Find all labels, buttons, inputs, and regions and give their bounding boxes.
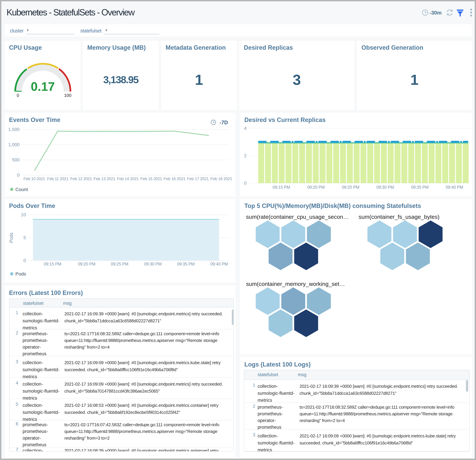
svg-text:0: 0 — [23, 258, 26, 263]
svg-text:Pods: Pods — [15, 271, 26, 276]
svg-text:Feb 10 2021: Feb 10 2021 — [23, 177, 45, 181]
svg-text:09:30 PM: 09:30 PM — [376, 185, 394, 189]
svg-text:Feb 15 2021: Feb 15 2021 — [140, 177, 162, 181]
svg-text:4: 4 — [244, 126, 246, 131]
svg-text:5: 5 — [23, 235, 26, 240]
svg-text:09:20 PM: 09:20 PM — [307, 185, 325, 189]
svg-text:2: 2 — [244, 153, 246, 158]
svg-text:0.17: 0.17 — [31, 80, 55, 94]
svg-text:-7D: -7D — [220, 119, 228, 126]
svg-text:Feb 14 2021: Feb 14 2021 — [117, 177, 138, 181]
svg-text:09:40 PM: 09:40 PM — [210, 262, 228, 266]
svg-text:100: 100 — [64, 93, 71, 97]
svg-text:Feb 17 2021: Feb 17 2021 — [187, 177, 209, 181]
svg-text:0: 0 — [17, 173, 20, 178]
svg-text:09:20 PM: 09:20 PM — [78, 262, 95, 266]
svg-text:09:35 PM: 09:35 PM — [177, 262, 195, 266]
svg-text:09:30 PM: 09:30 PM — [144, 262, 162, 266]
svg-text:Count: Count — [15, 187, 28, 192]
svg-text:10: 10 — [21, 212, 26, 217]
svg-text:Feb 11 2021: Feb 11 2021 — [47, 177, 68, 181]
svg-text:09:40 PM: 09:40 PM — [446, 185, 463, 189]
svg-text:0: 0 — [17, 93, 19, 97]
svg-text:1,000: 1,000 — [8, 142, 20, 147]
svg-text:09:15 PM: 09:15 PM — [273, 185, 290, 189]
svg-text:-30m: -30m — [430, 10, 442, 16]
svg-text:Feb 13 2021: Feb 13 2021 — [94, 177, 115, 181]
svg-text:Pods: Pods — [9, 232, 14, 243]
svg-text:09:35 PM: 09:35 PM — [411, 185, 429, 189]
svg-text:09:15 PM: 09:15 PM — [44, 262, 61, 266]
svg-text:Feb 18 2021: Feb 18 2021 — [210, 177, 232, 181]
svg-text:09:25 PM: 09:25 PM — [342, 185, 359, 189]
svg-text:500: 500 — [12, 157, 20, 162]
svg-text:09:25 PM: 09:25 PM — [111, 262, 128, 266]
svg-text:Feb 16 2021: Feb 16 2021 — [164, 177, 185, 181]
svg-text:0: 0 — [244, 181, 246, 186]
svg-text:Feb 12 2021: Feb 12 2021 — [70, 177, 92, 181]
svg-text:1,500: 1,500 — [8, 127, 20, 132]
